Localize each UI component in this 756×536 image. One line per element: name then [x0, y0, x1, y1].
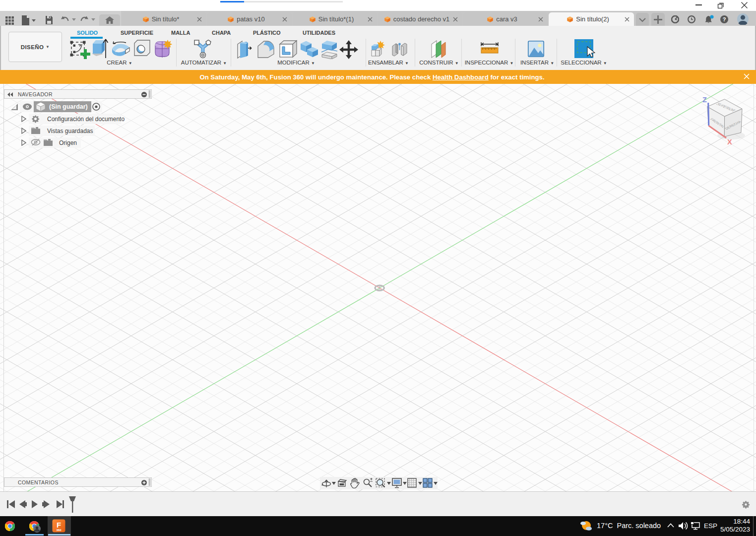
svg-text:Z: Z — [702, 96, 707, 104]
svg-text:360: 360 — [56, 529, 62, 532]
svg-text:?: ? — [723, 16, 726, 22]
svg-text:X: X — [727, 138, 732, 146]
svg-text:F: F — [57, 521, 61, 529]
